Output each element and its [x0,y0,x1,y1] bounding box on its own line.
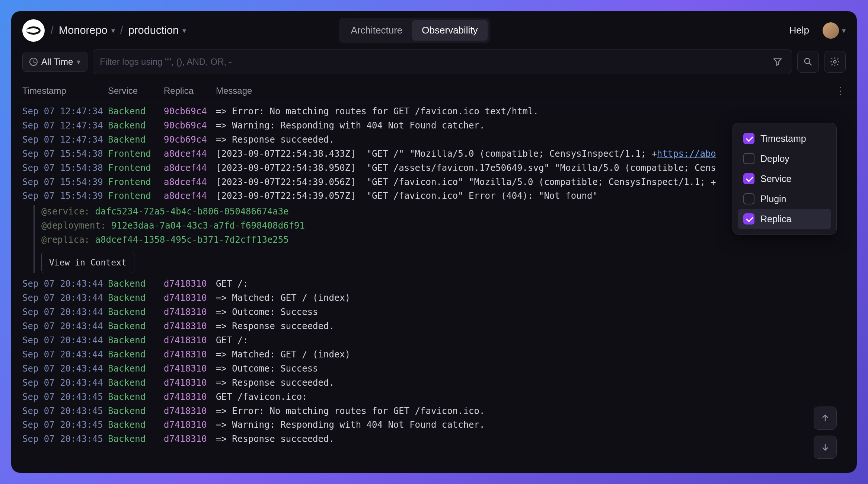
log-service: Backend [108,404,164,418]
app-logo[interactable] [22,19,45,42]
breadcrumb-project[interactable]: Monorepo ▾ [59,24,115,36]
log-timestamp: Sep 07 20:43:44 [22,319,108,334]
log-row[interactable]: Sep 07 15:54:38Frontenda8dcef44[2023-09-… [22,147,846,161]
log-timestamp: Sep 07 20:43:44 [22,305,108,319]
breadcrumb-env[interactable]: production ▾ [128,24,186,36]
svg-point-0 [805,58,810,64]
column-replica: Replica [164,86,216,96]
column-toggle-timestamp[interactable]: Timestamp [738,128,831,149]
arrow-down-icon [820,442,830,452]
log-row[interactable]: Sep 07 12:47:34Backend90cb69c4=> Error: … [22,105,846,119]
log-row[interactable]: Sep 07 15:54:39Frontenda8dcef44[2023-09-… [22,175,846,190]
log-message: GET /: [216,334,846,348]
log-row[interactable]: Sep 07 20:43:44Backendd7418310=> Matched… [22,348,846,362]
log-link[interactable]: https://abo [657,149,716,159]
checkbox-icon [743,153,754,164]
log-row[interactable]: Sep 07 20:43:45Backendd7418310=> Respons… [22,432,846,446]
log-row[interactable]: Sep 07 15:54:39Frontenda8dcef44[2023-09-… [22,189,846,203]
breadcrumb-separator: / [120,24,123,36]
log-service: Frontend [108,175,164,190]
tab-observability[interactable]: Observability [412,20,487,41]
log-row[interactable]: Sep 07 20:43:44Backendd7418310=> Outcome… [22,305,846,319]
log-timestamp: Sep 07 20:43:44 [22,348,108,362]
log-row[interactable]: Sep 07 20:43:44Backendd7418310=> Outcome… [22,362,846,376]
column-toggle-service[interactable]: Service [738,169,831,189]
log-message: => Response succeeded. [216,376,846,390]
log-expanded-details: @service: dafc5234-72a5-4b4c-b806-050486… [33,205,846,273]
time-range-label: All Time [41,57,73,67]
checkbox-icon [743,173,754,184]
arrow-up-icon [820,413,830,423]
log-row[interactable]: Sep 07 20:43:44Backendd7418310=> Respons… [22,376,846,390]
log-row[interactable]: Sep 07 12:47:34Backend90cb69c4=> Warning… [22,119,846,133]
log-row[interactable]: Sep 07 15:54:38Frontenda8dcef44[2023-09-… [22,161,846,175]
app-window: / Monorepo ▾ / production ▾ Architecture… [11,11,857,473]
meta-key: @service: [41,206,90,217]
scroll-bottom-button[interactable] [814,436,837,459]
chevron-down-icon: ▾ [182,26,186,35]
settings-button[interactable] [824,51,846,73]
log-service: Backend [108,291,164,305]
log-replica: a8dcef44 [164,189,216,203]
log-replica: d7418310 [164,418,216,432]
column-toggle-replica[interactable]: Replica [738,209,831,229]
log-service: Backend [108,418,164,432]
log-row[interactable]: Sep 07 12:47:34Backend90cb69c4=> Respons… [22,133,846,147]
log-row[interactable]: Sep 07 20:43:45Backendd7418310=> Warning… [22,418,846,432]
tab-architecture[interactable]: Architecture [341,20,412,41]
log-service: Frontend [108,147,164,161]
log-row[interactable]: Sep 07 20:43:44Backendd7418310GET /: [22,334,846,348]
avatar [823,22,839,39]
log-row[interactable]: Sep 07 20:43:45Backendd7418310GET /favic… [22,390,846,404]
log-message: => Error: No matching routes for GET /fa… [216,105,846,119]
log-timestamp: Sep 07 20:43:45 [22,390,108,404]
log-replica: d7418310 [164,319,216,334]
log-replica: 90cb69c4 [164,133,216,147]
scroll-controls [814,407,837,459]
chevron-down-icon: ▾ [77,57,80,66]
log-service: Backend [108,362,164,376]
search-button[interactable] [797,51,819,73]
log-service: Backend [108,348,164,362]
log-body[interactable]: Sep 07 12:47:34Backend90cb69c4=> Error: … [11,102,857,473]
log-timestamp: Sep 07 15:54:38 [22,147,108,161]
main-tabs: Architecture Observability [339,18,490,43]
breadcrumb: / Monorepo ▾ / production ▾ [51,24,186,36]
filter-icon-button[interactable] [770,54,785,69]
log-service: Backend [108,319,164,334]
log-service: Backend [108,305,164,319]
checkbox-icon [743,133,754,144]
help-link[interactable]: Help [789,25,809,36]
log-service: Backend [108,432,164,446]
column-toggle-label: Timestamp [760,133,806,144]
log-replica: d7418310 [164,432,216,446]
filter-bar: All Time ▾ [11,50,857,79]
view-in-context-button[interactable]: View in Context [41,252,134,273]
meta-value: 912e3daa-7a04-43c3-a7fd-f698408d6f91 [111,220,305,231]
log-timestamp: Sep 07 20:43:44 [22,376,108,390]
search-icon [803,57,813,67]
log-filter-input[interactable] [100,57,770,67]
user-menu[interactable]: ▾ [823,22,846,39]
svg-point-1 [834,61,836,63]
log-row[interactable]: Sep 07 20:43:44Backendd7418310=> Matched… [22,291,846,305]
log-service: Frontend [108,161,164,175]
scroll-top-button[interactable] [814,407,837,430]
log-replica: d7418310 [164,334,216,348]
column-toggle-plugin[interactable]: Plugin [738,189,831,209]
column-toggle-label: Replica [760,214,791,225]
meta-key: @replica: [41,235,90,245]
log-timestamp: Sep 07 20:43:44 [22,291,108,305]
time-range-select[interactable]: All Time ▾ [22,52,87,72]
log-service: Backend [108,105,164,119]
column-toggle-deploy[interactable]: Deploy [738,149,831,169]
log-row[interactable]: Sep 07 20:43:44Backendd7418310=> Respons… [22,319,846,334]
log-row[interactable]: Sep 07 20:43:45Backendd7418310=> Error: … [22,404,846,418]
log-service: Backend [108,277,164,291]
column-options-button[interactable]: ⋯ [835,86,847,96]
log-timestamp: Sep 07 20:43:44 [22,334,108,348]
log-row[interactable]: Sep 07 20:43:44Backendd7418310GET /: [22,277,846,291]
log-message: GET /: [216,277,846,291]
meta-key: @deployment: [41,220,106,231]
log-replica: a8dcef44 [164,175,216,190]
